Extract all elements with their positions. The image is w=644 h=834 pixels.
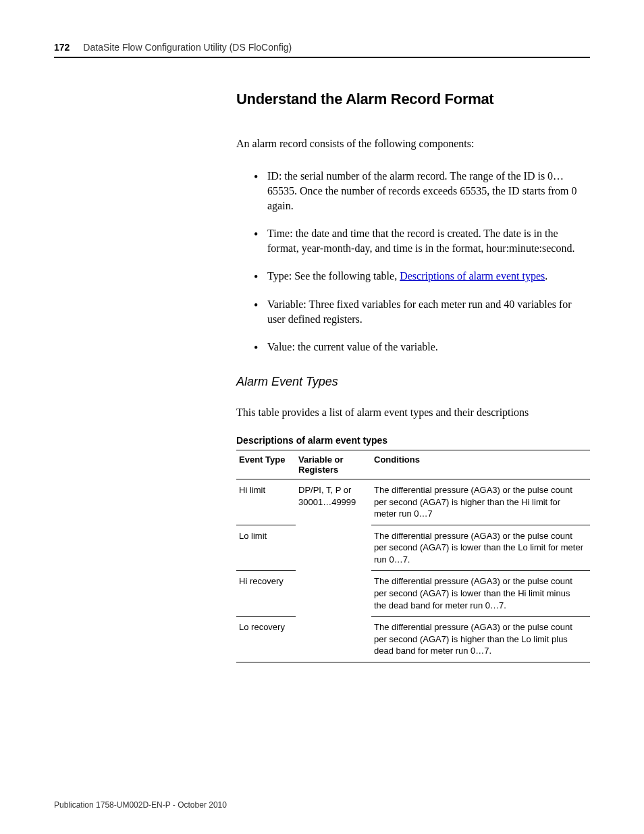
list-item: Variable: Three fixed variables for each… (257, 297, 590, 326)
table-header-cell: Conditions (371, 450, 590, 479)
table-cell: Hi recovery (236, 571, 296, 617)
intro-paragraph: An alarm record consists of the followin… (236, 136, 590, 151)
alarm-types-link[interactable]: Descriptions of alarm event types (400, 270, 545, 282)
table-header-cell: Event Type (236, 450, 296, 479)
page-content: Understand the Alarm Record Format An al… (236, 90, 590, 662)
page-number: 172 (54, 42, 70, 53)
table-row: Hi limit DP/PI, T, P or 30001…49999 The … (236, 479, 590, 525)
table-cell (296, 525, 371, 571)
alarm-event-types-table: Event Type Variable or Registers Conditi… (236, 450, 590, 662)
table-cell (296, 617, 371, 662)
table-cell: Lo limit (236, 525, 296, 571)
table-cell: DP/PI, T, P or 30001…49999 (296, 479, 371, 525)
table-cell: The differential pressure (AGA3) or the … (371, 479, 590, 525)
list-item: Type: See the following table, Descripti… (257, 269, 590, 284)
table-cell: Lo recovery (236, 617, 296, 662)
list-item: Value: the current value of the variable… (257, 340, 590, 355)
subsection-intro: This table provides a list of alarm even… (236, 405, 590, 420)
table-header-row: Event Type Variable or Registers Conditi… (236, 450, 590, 479)
publication-info: Publication 1758-UM002D-EN-P - October 2… (54, 800, 227, 810)
table-header-cell: Variable or Registers (296, 450, 371, 479)
page-header: 172 DataSite Flow Configuration Utility … (54, 42, 590, 58)
list-item: Time: the date and time that the record … (257, 226, 590, 255)
header-document-title: DataSite Flow Configuration Utility (DS … (83, 42, 292, 53)
list-item-text: . (545, 270, 547, 282)
list-item: ID: the serial number of the alarm recor… (257, 169, 590, 213)
subsection-heading: Alarm Event Types (236, 375, 590, 389)
table-caption: Descriptions of alarm event types (236, 435, 590, 446)
table-cell: Hi limit (236, 479, 296, 525)
section-heading: Understand the Alarm Record Format (236, 90, 590, 108)
table-row: Hi recovery The differential pressure (A… (236, 571, 590, 617)
table-cell: The differential pressure (AGA3) or the … (371, 525, 590, 571)
list-item-text: Type: See the following table, (267, 270, 400, 282)
table-cell: The differential pressure (AGA3) or the … (371, 571, 590, 617)
table-cell: The differential pressure (AGA3) or the … (371, 617, 590, 662)
table-row: Lo recovery The differential pressure (A… (236, 617, 590, 662)
component-list: ID: the serial number of the alarm recor… (236, 169, 590, 354)
page-footer: Publication 1758-UM002D-EN-P - October 2… (54, 800, 227, 810)
table-cell (296, 571, 371, 617)
table-row: Lo limit The differential pressure (AGA3… (236, 525, 590, 571)
